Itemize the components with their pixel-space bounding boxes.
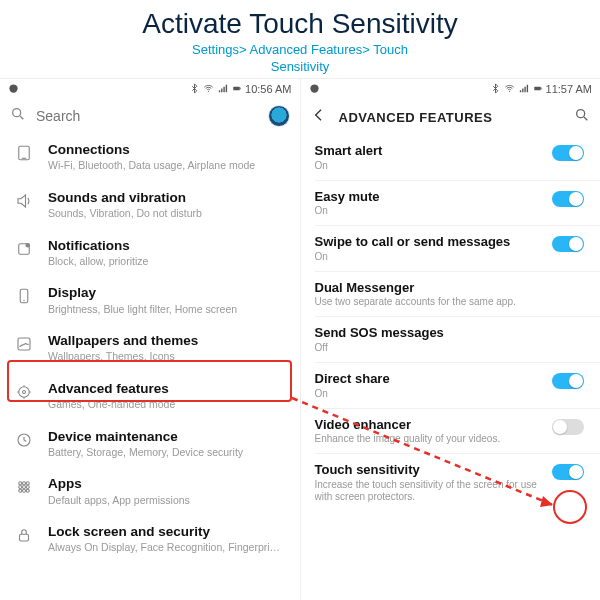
- wifi-icon: [203, 83, 214, 96]
- svg-point-25: [19, 486, 22, 489]
- svg-point-30: [26, 490, 29, 493]
- signal-icon: [518, 83, 529, 96]
- search-icon: [10, 106, 26, 126]
- svg-rect-5: [240, 87, 241, 89]
- svg-point-32: [310, 84, 318, 92]
- status-bar: 11:57 AM: [301, 79, 601, 99]
- row-smart-alert[interactable]: Smart alertOn: [301, 135, 601, 180]
- svg-point-3: [208, 90, 209, 91]
- row-sounds[interactable]: Sounds and vibrationSounds, Vibration, D…: [0, 181, 300, 229]
- maintenance-icon: [14, 429, 34, 449]
- row-device-maintenance[interactable]: Device maintenanceBattery, Storage, Memo…: [0, 420, 300, 468]
- svg-point-29: [23, 490, 26, 493]
- svg-point-24: [26, 482, 29, 485]
- bluetooth-icon: [490, 83, 501, 96]
- toggle-swipe-call[interactable]: [552, 236, 584, 252]
- battery-icon: [231, 83, 242, 96]
- svg-point-0: [9, 84, 17, 92]
- search-bar[interactable]: [0, 99, 300, 133]
- sound-icon: [14, 190, 34, 210]
- back-icon[interactable]: [311, 107, 327, 127]
- row-direct-share[interactable]: Direct shareOn: [301, 363, 601, 408]
- svg-point-26: [23, 486, 26, 489]
- features-list: Smart alertOn Easy muteOn Swipe to call …: [301, 135, 601, 511]
- display-icon: [14, 285, 34, 305]
- svg-point-16: [23, 390, 26, 393]
- svg-point-1: [12, 87, 13, 88]
- svg-rect-36: [534, 86, 540, 90]
- reddit-icon: [8, 83, 19, 96]
- svg-point-6: [13, 109, 21, 117]
- row-lock-security[interactable]: Lock screen and securityAlways On Displa…: [0, 515, 300, 563]
- svg-rect-37: [540, 87, 541, 89]
- battery-icon: [532, 83, 543, 96]
- svg-point-23: [23, 482, 26, 485]
- signal-icon: [217, 83, 228, 96]
- page-title: Activate Touch Sensitivity: [0, 0, 600, 40]
- status-bar: 10:56 AM: [0, 79, 300, 99]
- svg-point-38: [577, 110, 585, 118]
- advanced-features-screen: 11:57 AM ADVANCED FEATURES Smart alertOn…: [300, 78, 601, 600]
- breadcrumb: Settings> Advanced Features> Touch Sensi…: [0, 42, 600, 76]
- svg-line-39: [584, 117, 587, 120]
- row-notifications[interactable]: NotificationsBlock, allow, prioritize: [0, 229, 300, 277]
- row-video-enhancer[interactable]: Video enhancerEnhance the image quality …: [301, 409, 601, 454]
- row-touch-sensitivity[interactable]: Touch sensitivityIncrease the touch sens…: [301, 454, 601, 511]
- row-sos[interactable]: Send SOS messagesOff: [301, 317, 601, 362]
- search-icon[interactable]: [574, 107, 590, 127]
- toggle-direct-share[interactable]: [552, 373, 584, 389]
- svg-point-33: [312, 87, 313, 88]
- advanced-icon: [14, 381, 34, 401]
- svg-point-11: [26, 243, 31, 248]
- row-connections[interactable]: ConnectionsWi-Fi, Bluetooth, Data usage,…: [0, 133, 300, 181]
- status-time: 11:57 AM: [546, 83, 592, 95]
- svg-point-2: [14, 87, 15, 88]
- svg-point-22: [19, 482, 22, 485]
- svg-rect-4: [233, 86, 239, 90]
- connections-icon: [14, 142, 34, 162]
- row-swipe-call[interactable]: Swipe to call or send messagesOn: [301, 226, 601, 271]
- wifi-icon: [504, 83, 515, 96]
- row-advanced-features[interactable]: Advanced featuresGames, One-handed mode: [0, 372, 300, 420]
- toggle-video-enhancer[interactable]: [552, 419, 584, 435]
- row-display[interactable]: DisplayBrightness, Blue light filter, Ho…: [0, 276, 300, 324]
- screen-title: ADVANCED FEATURES: [339, 110, 563, 125]
- row-easy-mute[interactable]: Easy muteOn: [301, 181, 601, 226]
- toggle-easy-mute[interactable]: [552, 191, 584, 207]
- notifications-icon: [14, 238, 34, 258]
- search-input[interactable]: [36, 108, 258, 124]
- settings-list: ConnectionsWi-Fi, Bluetooth, Data usage,…: [0, 133, 300, 563]
- svg-point-35: [508, 90, 509, 91]
- status-time: 10:56 AM: [245, 83, 291, 95]
- wallpaper-icon: [14, 333, 34, 353]
- apps-icon: [14, 476, 34, 496]
- bluetooth-icon: [189, 83, 200, 96]
- svg-line-7: [20, 116, 23, 119]
- svg-point-13: [23, 300, 25, 302]
- row-apps[interactable]: AppsDefault apps, App permissions: [0, 467, 300, 515]
- toggle-smart-alert[interactable]: [552, 145, 584, 161]
- row-dual-messenger[interactable]: Dual MessengerUse two separate accounts …: [301, 272, 601, 317]
- reddit-icon: [309, 83, 320, 96]
- toggle-touch-sensitivity[interactable]: [552, 464, 584, 480]
- svg-rect-31: [20, 535, 29, 542]
- svg-point-34: [315, 87, 316, 88]
- svg-point-28: [19, 490, 22, 493]
- settings-screen: 10:56 AM ConnectionsWi-Fi, Bluetooth, Da…: [0, 78, 300, 600]
- avatar[interactable]: [268, 105, 290, 127]
- row-wallpapers[interactable]: Wallpapers and themesWallpapers, Themes,…: [0, 324, 300, 372]
- screen-header: ADVANCED FEATURES: [301, 99, 601, 135]
- lock-icon: [14, 524, 34, 544]
- svg-point-15: [19, 387, 30, 398]
- svg-point-27: [26, 486, 29, 489]
